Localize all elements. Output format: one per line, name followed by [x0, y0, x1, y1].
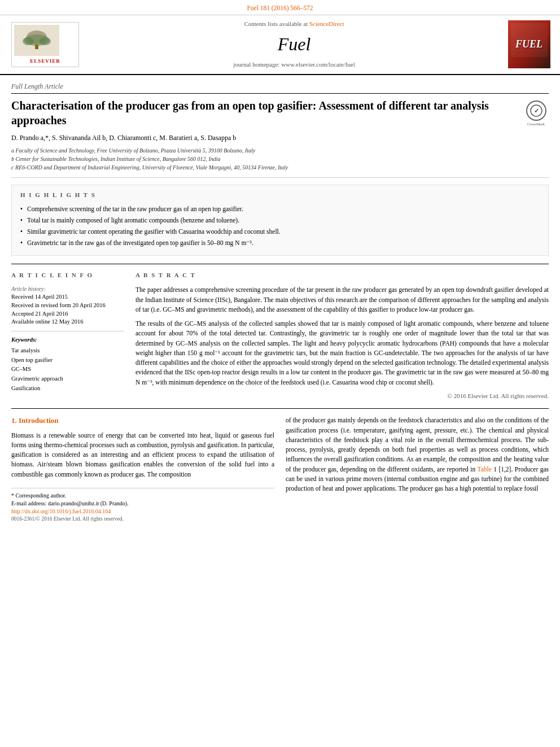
elsevier-tree-icon: [20, 29, 54, 51]
abstract-para-2: The results of the GC–MS analysis of the…: [135, 319, 549, 387]
page: Fuel 181 (2016) 566–572 ELSEVIER: [0, 0, 560, 747]
affiliations: a Faculty of Science and Technology, Fre…: [11, 146, 549, 178]
email-note: E-mail address: dario.prando@unibz.it (D…: [11, 500, 274, 508]
introduction-section: 1. Introduction Biomass is a renewable s…: [11, 408, 549, 523]
journal-title-area: Contents lists available at ScienceDirec…: [85, 20, 504, 69]
intro-section-title: 1. Introduction: [11, 416, 274, 426]
accepted-date: Accepted 21 April 2016: [11, 310, 124, 318]
svg-rect-2: [35, 45, 38, 49]
intro-two-col: 1. Introduction Biomass is a renewable s…: [11, 416, 549, 523]
body-col-right: of the producer gas mainly depends on th…: [286, 416, 549, 523]
abstract-col: A B S T R A C T The paper addresses a co…: [135, 271, 549, 400]
received-date: Received 14 April 2015: [11, 293, 124, 302]
authors-line: D. Prando a,*, S. Shivananda Ail b, D. C…: [11, 133, 549, 143]
svg-text:✓: ✓: [533, 107, 539, 114]
affiliation-1: a Faculty of Science and Technology, Fre…: [11, 146, 549, 155]
citation-text: Fuel 181 (2016) 566–572: [247, 5, 313, 11]
journal-title: Fuel: [90, 32, 498, 57]
svg-point-3: [23, 37, 34, 45]
article-info-col-title: A R T I C L E I N F O: [11, 271, 124, 279]
highlight-item-1: Comprehensive screening of the tar in th…: [20, 204, 540, 213]
article-title: Characterisation of the producer gas fro…: [11, 98, 518, 128]
svg-point-4: [40, 37, 51, 45]
article-content: Full Length Article Characterisation of …: [0, 75, 560, 534]
issn-copyright: 0016-2361/© 2016 Elsevier Ltd. All right…: [11, 516, 274, 523]
science-direct-link[interactable]: ScienceDirect: [309, 20, 344, 27]
keyword-4: Gravimetric approach: [11, 375, 124, 383]
top-citation-bar: Fuel 181 (2016) 566–572: [0, 0, 560, 15]
revised-date: Received in revised form 20 April 2016: [11, 302, 124, 310]
body-col-left: 1. Introduction Biomass is a renewable s…: [11, 416, 274, 523]
info-abstract-row: A R T I C L E I N F O Article history: R…: [11, 264, 549, 400]
article-title-row: Characterisation of the producer gas fro…: [11, 98, 549, 128]
keyword-2: Open top gasifier: [11, 356, 124, 365]
fuel-journal-cover: FUEL: [508, 20, 550, 68]
abstract-col-title: A B S T R A C T: [135, 271, 549, 279]
article-info-col: A R T I C L E I N F O Article history: R…: [11, 271, 124, 400]
elsevier-logo-image: [14, 25, 59, 56]
highlight-item-4: Gravimetric tar in the raw gas of the in…: [20, 238, 540, 247]
table-1-link[interactable]: Table: [477, 466, 491, 473]
keywords-title: Keywords:: [11, 336, 124, 344]
article-type: Full Length Article: [11, 82, 549, 94]
keyword-3: GC–MS: [11, 365, 124, 374]
journal-header: ELSEVIER Contents lists available at Sci…: [0, 15, 560, 75]
copyright-line: © 2016 Elsevier Ltd. All rights reserved…: [135, 392, 549, 400]
science-direct-line: Contents lists available at ScienceDirec…: [90, 20, 498, 28]
highlights-title: H I G H L I G H T S: [20, 191, 540, 199]
intro-left-text: Biomass is a renewable source of energy …: [11, 431, 274, 479]
abstract-para-1: The paper addresses a comprehensive scre…: [135, 285, 549, 314]
available-date: Available online 12 May 2016: [11, 318, 124, 326]
journal-homepage: journal homepage: www.elsevier.com/locat…: [90, 60, 498, 69]
journal-cover-area: FUEL: [504, 20, 554, 69]
intro-right-text: of the producer gas mainly depends on th…: [286, 416, 549, 493]
keyword-1: Tar analysis: [11, 347, 124, 355]
crossmark-text: CrossMark: [523, 122, 549, 128]
crossmark-box: ✓ CrossMark: [523, 101, 549, 128]
authors-text: D. Prando a,*, S. Shivananda Ail b, D. C…: [11, 134, 236, 142]
crossmark-icon: ✓: [526, 101, 546, 121]
highlight-item-2: Total tar is mainly composed of light ar…: [20, 216, 540, 225]
info-divider: [11, 331, 124, 331]
corresponding-note: * Corresponding author.: [11, 492, 274, 500]
doi-line[interactable]: http://dx.doi.org/10.1016/j.fuel.2016.04…: [11, 508, 274, 516]
highlights-section: H I G H L I G H T S Comprehensive screen…: [11, 185, 549, 256]
history-label: Article history:: [11, 285, 124, 293]
highlight-item-3: Similar gravimetric tar content operatin…: [20, 227, 540, 236]
elsevier-brand-text: ELSEVIER: [14, 58, 76, 65]
affiliation-2: b Center for Sustainable Technologies, I…: [11, 155, 549, 163]
keyword-5: Gasification: [11, 385, 124, 393]
article-history: Article history: Received 14 April 2015 …: [11, 285, 124, 326]
publisher-logo-area: ELSEVIER: [6, 20, 85, 69]
affiliation-3: c RE6-CORD and Department of Industrial …: [11, 163, 549, 172]
elsevier-logo-box: ELSEVIER: [11, 22, 79, 68]
keywords-group: Keywords: Tar analysis Open top gasifier…: [11, 336, 124, 392]
footnote-area: * Corresponding author. E-mail address: …: [11, 488, 274, 523]
